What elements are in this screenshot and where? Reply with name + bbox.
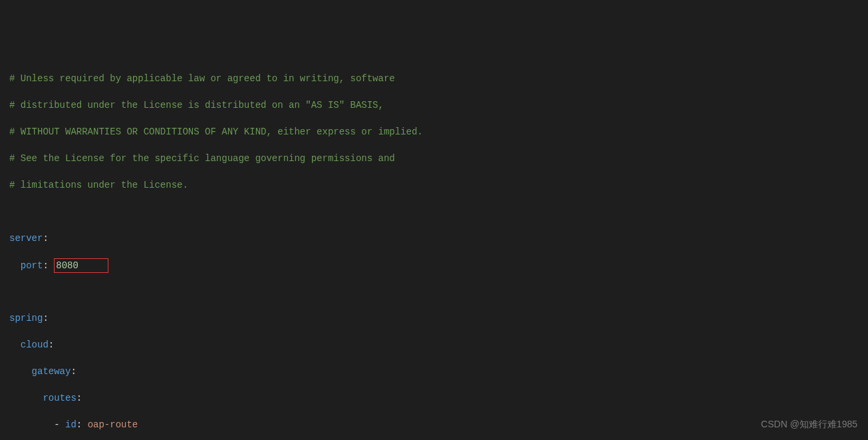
code-block: # Unless required by applicable law or a…	[9, 59, 868, 440]
license-comment: # Unless required by applicable law or a…	[9, 73, 395, 84]
license-comment: # WITHOUT WARRANTIES OR CONDITIONS OF AN…	[9, 126, 423, 137]
yaml-key-port: port	[21, 260, 43, 271]
highlight-port: 8080	[54, 258, 108, 273]
yaml-value-port: 8080	[56, 260, 78, 271]
yaml-key-server: server	[9, 233, 43, 244]
yaml-value-id: oap-route	[88, 419, 138, 430]
yaml-key-gateway: gateway	[32, 366, 71, 377]
license-comment: # See the License for the specific langu…	[9, 153, 395, 164]
yaml-key-spring: spring	[9, 313, 43, 324]
license-comment: # distributed under the License is distr…	[9, 100, 384, 110]
yaml-key-routes: routes	[43, 393, 76, 403]
license-comment: # limitations under the License.	[9, 180, 188, 190]
yaml-key-cloud: cloud	[21, 339, 49, 350]
yaml-key-id: id	[65, 419, 76, 430]
